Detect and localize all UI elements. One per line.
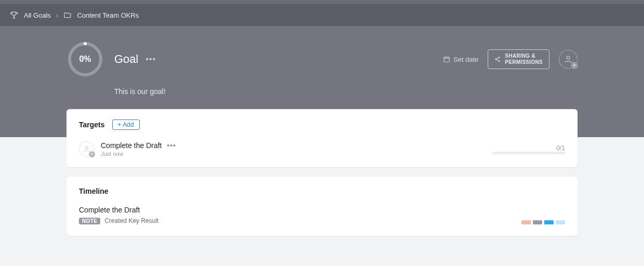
set-date-button[interactable]: Set date — [443, 56, 478, 63]
targets-card: Targets + Add + Complete the Draft ••• J… — [66, 109, 578, 167]
targets-title: Targets — [79, 121, 105, 129]
add-owner-button[interactable]: + — [559, 50, 578, 69]
progress-ring: 0% — [66, 41, 104, 78]
target-progress-fraction: 0/1 — [492, 144, 565, 152]
note-badge: NOTE — [79, 218, 100, 224]
plus-badge-icon: + — [89, 151, 95, 157]
folder-icon — [63, 11, 72, 19]
svg-point-6 — [567, 56, 570, 59]
trophy-icon — [9, 10, 19, 20]
chevron-right-icon: › — [56, 11, 58, 19]
goal-description[interactable]: This is our goal! — [114, 87, 578, 96]
timeline-title: Timeline — [79, 187, 565, 195]
calendar-icon — [443, 56, 450, 63]
window-top-band — [0, 0, 644, 4]
timeline-item: Complete the Draft NOTE Created Key Resu… — [79, 206, 565, 224]
target-row[interactable]: + Complete the Draft ••• Just now 0/1 — [79, 141, 565, 157]
sharing-permissions-button[interactable]: SHARING & PERMISSIONS — [488, 49, 549, 69]
breadcrumb-folder[interactable]: Content Team OKRs — [77, 11, 139, 19]
svg-point-7 — [86, 147, 88, 149]
target-timestamp: Just now — [101, 151, 176, 157]
swatch — [556, 220, 565, 224]
set-date-label: Set date — [453, 56, 478, 63]
swatch — [521, 220, 531, 224]
timeline-item-title[interactable]: Complete the Draft — [79, 206, 565, 214]
share-line2: PERMISSIONS — [505, 59, 543, 65]
timeline-card: Timeline Complete the Draft NOTE Created… — [66, 177, 578, 236]
progress-percent: 0% — [66, 41, 104, 78]
note-text: Created Key Result — [104, 217, 158, 224]
target-progress-bar — [492, 152, 565, 154]
timeline-swatches — [521, 220, 565, 224]
breadcrumb: All Goals › Content Team OKRs — [0, 4, 644, 26]
share-icon — [494, 56, 501, 62]
breadcrumb-root[interactable]: All Goals — [24, 11, 51, 19]
swatch — [533, 220, 542, 224]
svg-rect-2 — [444, 57, 450, 62]
target-assignee-add[interactable]: + — [79, 141, 95, 157]
target-more-menu[interactable]: ••• — [167, 141, 177, 150]
goal-title[interactable]: Goal — [114, 52, 138, 66]
add-target-button[interactable]: + Add — [112, 119, 140, 130]
swatch — [544, 220, 554, 224]
share-line1: SHARING & — [505, 53, 543, 59]
plus-badge-icon: + — [571, 62, 578, 69]
goal-more-menu[interactable]: ••• — [143, 54, 158, 65]
target-name[interactable]: Complete the Draft — [101, 141, 162, 150]
